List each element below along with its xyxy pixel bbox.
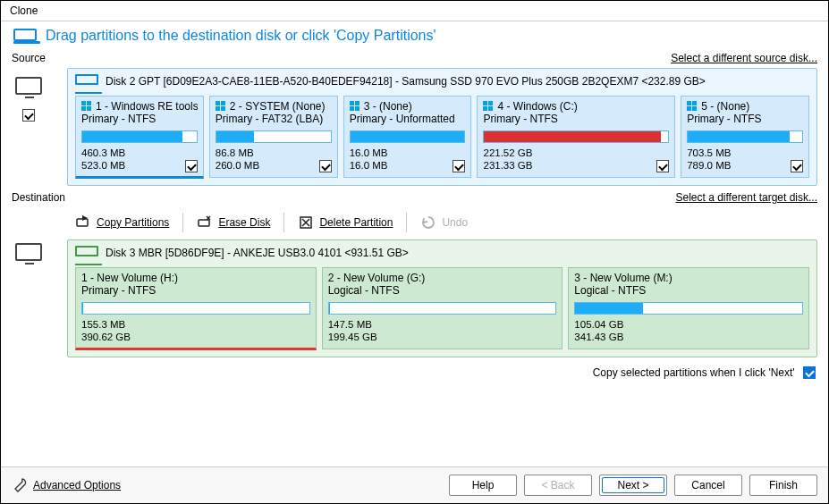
- disk-icon: [75, 74, 100, 90]
- partition-type: Primary - NTFS: [81, 284, 310, 297]
- usage-bar: [483, 130, 669, 143]
- header: Drag partitions to the destination disk …: [1, 21, 828, 52]
- destination-section: Destination Select a different target di…: [1, 191, 828, 363]
- delete-partition-button[interactable]: Delete Partition: [290, 211, 401, 234]
- svg-rect-1: [199, 220, 209, 226]
- source-label: Source: [12, 52, 46, 64]
- destination-disk-title: Disk 3 MBR [5D86DF9E] - ANKEJE USB3.0 41…: [106, 246, 409, 259]
- source-section: Source Select a different source disk...…: [1, 52, 828, 191]
- footer: Advanced Options Help < Back Next > Canc…: [1, 466, 828, 503]
- partition-type: Primary - FAT32 (LBA): [216, 113, 332, 125]
- monitor-icon: [15, 243, 44, 266]
- cancel-button[interactable]: Cancel: [674, 475, 742, 496]
- copy-partitions-button[interactable]: Copy Partitions: [67, 211, 177, 234]
- usage-bar: [574, 302, 803, 315]
- usage-bar: [216, 130, 332, 143]
- partition-type: Logical - NTFS: [328, 284, 557, 297]
- usage-bar: [687, 130, 803, 143]
- destination-label: Destination: [12, 191, 65, 204]
- back-button: < Back: [524, 475, 592, 496]
- copy-partitions-icon: [75, 214, 91, 231]
- partition-sizes: 86.8 MB260.0 MB: [216, 147, 259, 172]
- erase-disk-button[interactable]: Erase Disk: [189, 211, 278, 234]
- source-partition[interactable]: 1 - Windows RE tools (NonPrimary - NTFS4…: [75, 96, 204, 179]
- source-partition[interactable]: 2 - SYSTEM (None)Primary - FAT32 (LBA)86…: [209, 96, 338, 178]
- partition-checkbox[interactable]: [185, 160, 198, 172]
- partition-type: Primary - NTFS: [687, 113, 803, 125]
- source-disk-checkbox[interactable]: [22, 109, 35, 122]
- usage-bar: [81, 302, 310, 315]
- erase-disk-icon: [197, 214, 213, 231]
- partition-name: 3 - (None): [364, 100, 412, 113]
- source-partition[interactable]: 5 - (None)Primary - NTFS703.5 MB789.0 MB: [681, 96, 809, 178]
- divider: [182, 213, 183, 232]
- clone-window: Clone Drag partitions to the destination…: [0, 0, 829, 504]
- next-button[interactable]: Next >: [599, 475, 667, 496]
- copy-on-next-label: Copy selected partitions when I click 'N…: [593, 366, 795, 379]
- partition-sizes: 147.5 MB199.45 GB: [328, 318, 377, 344]
- partition-type: Logical - NTFS: [574, 284, 803, 297]
- partition-name: 3 - New Volume (M:): [574, 272, 672, 284]
- destination-partition[interactable]: 3 - New Volume (M:)Logical - NTFS105.04 …: [568, 267, 809, 349]
- partition-type: Primary - NTFS: [81, 113, 198, 125]
- windows-icon: [687, 101, 698, 112]
- partition-sizes: 155.3 MB390.62 GB: [81, 318, 131, 344]
- source-partition[interactable]: 4 - Windows (C:)Primary - NTFS221.52 GB2…: [477, 96, 675, 178]
- partition-type: Primary - Unformatted: [350, 113, 466, 125]
- partition-sizes: 221.52 GB231.33 GB: [483, 147, 532, 172]
- destination-partition[interactable]: 2 - New Volume (G:)Logical - NTFS147.5 M…: [322, 267, 563, 349]
- usage-bar: [328, 302, 557, 315]
- divider: [406, 213, 407, 232]
- source-disk-title: Disk 2 GPT [6D09E2A3-CAE8-11EB-A520-B40E…: [106, 74, 706, 88]
- partition-name: 2 - New Volume (G:): [328, 272, 426, 284]
- disk-icon: [13, 27, 38, 45]
- delete-partition-icon: [298, 214, 314, 231]
- partition-sizes: 105.04 GB341.43 GB: [574, 318, 623, 344]
- partition-sizes: 460.3 MB523.0 MB: [81, 147, 125, 172]
- windows-icon: [350, 101, 360, 112]
- destination-partition[interactable]: 1 - New Volume (H:)Primary - NTFS155.3 M…: [75, 267, 317, 350]
- partition-sizes: 703.5 MB789.0 MB: [687, 147, 731, 172]
- partition-sizes: 16.0 MB16.0 MB: [350, 147, 388, 172]
- undo-button: Undo: [412, 211, 476, 234]
- help-button[interactable]: Help: [449, 475, 517, 496]
- undo-icon: [420, 214, 436, 231]
- partition-name: 1 - Windows RE tools (Non: [96, 100, 198, 113]
- partition-name: 2 - SYSTEM (None): [230, 100, 326, 113]
- advanced-options-link[interactable]: Advanced Options: [33, 479, 121, 491]
- partition-name: 5 - (None): [701, 100, 749, 113]
- wrench-icon: [12, 477, 28, 493]
- copy-on-next-row: Copy selected partitions when I click 'N…: [1, 363, 828, 385]
- hint-text: Drag partitions to the destination disk …: [46, 28, 436, 44]
- partition-checkbox[interactable]: [453, 160, 465, 172]
- partition-checkbox[interactable]: [656, 160, 669, 172]
- partition-name: 1 - New Volume (H:): [81, 272, 178, 284]
- destination-disk-panel: Disk 3 MBR [5D86DF9E] - ANKEJE USB3.0 41…: [67, 239, 817, 357]
- source-partition[interactable]: 3 - (None)Primary - Unformatted16.0 MB16…: [343, 96, 472, 178]
- change-source-disk-link[interactable]: Select a different source disk...: [671, 52, 817, 64]
- partition-checkbox[interactable]: [319, 160, 332, 172]
- usage-bar: [81, 130, 198, 143]
- monitor-icon: [15, 77, 44, 100]
- change-target-disk-link[interactable]: Select a different target disk...: [675, 191, 817, 204]
- disk-icon: [75, 246, 100, 262]
- windows-icon: [216, 101, 226, 112]
- divider: [283, 213, 284, 232]
- destination-actions: Copy Partitions Erase Disk D: [67, 207, 817, 239]
- finish-button[interactable]: Finish: [749, 475, 817, 496]
- source-disk-panel: Disk 2 GPT [6D09E2A3-CAE8-11EB-A520-B40E…: [67, 68, 817, 186]
- windows-icon: [81, 101, 92, 112]
- windows-icon: [483, 101, 494, 112]
- window-title: Clone: [1, 1, 828, 21]
- copy-on-next-checkbox[interactable]: [803, 366, 816, 379]
- partition-type: Primary - NTFS: [483, 113, 669, 125]
- usage-bar: [350, 130, 466, 143]
- partition-checkbox[interactable]: [791, 160, 803, 172]
- partition-name: 4 - Windows (C:): [497, 100, 577, 113]
